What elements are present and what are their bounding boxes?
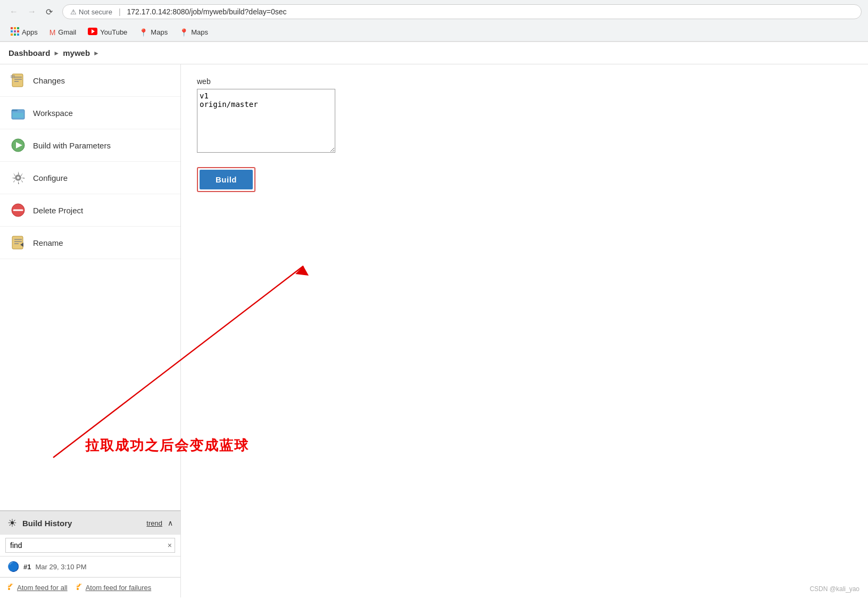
build-history-title: Build History [22, 519, 141, 528]
svg-point-31 [8, 588, 10, 590]
sidebar-item-configure[interactable]: Configure [0, 162, 180, 194]
sidebar-item-build-with-parameters[interactable]: Build with Parameters [0, 129, 180, 162]
page: Dashboard ► myweb ► [0, 42, 868, 597]
svg-rect-18 [13, 113, 23, 118]
svg-rect-17 [12, 110, 18, 111]
build-btn-area: Build [197, 167, 852, 192]
svg-rect-15 [11, 75, 15, 78]
build-search-clear[interactable]: × [168, 541, 172, 550]
delete-project-icon [10, 202, 27, 219]
address-bar[interactable]: ⚠ Not secure | 172.17.0.142:8080/job/myw… [62, 4, 862, 19]
param-select[interactable]: v1 origin/master [197, 89, 335, 153]
feed-all-link[interactable]: Atom feed for all [7, 583, 68, 592]
svg-rect-26 [12, 236, 23, 249]
svg-point-23 [17, 177, 20, 179]
sidebar-item-changes[interactable]: Changes [0, 64, 180, 97]
svg-rect-0 [11, 27, 13, 29]
main-layout: Changes Workspace [0, 64, 868, 597]
feed-failures-link[interactable]: Atom feed for failures [76, 583, 152, 592]
changes-label: Changes [33, 76, 65, 85]
breadcrumb-dashboard[interactable]: Dashboard [9, 48, 50, 57]
bookmark-apps[interactable]: Apps [6, 26, 42, 39]
svg-rect-4 [14, 30, 16, 32]
watermark: CSDN @kali_yao [809, 585, 859, 593]
build-btn-wrapper: Build [197, 167, 255, 192]
build-history-section: ☀ Build History trend ∧ × 🔵 #1 Mar 29, 3… [0, 510, 180, 597]
not-secure-label: Not secure [79, 8, 112, 16]
build-item[interactable]: 🔵 #1 Mar 29, 3:10 PM [0, 557, 180, 577]
feed-all-icon [7, 583, 15, 592]
bookmark-gmail[interactable]: M Gmail [45, 27, 81, 38]
sidebar-item-delete-project[interactable]: Delete Project [0, 194, 180, 227]
param-section: web v1 origin/master [197, 77, 852, 154]
url-separator: | [119, 7, 121, 16]
apps-label: Apps [22, 28, 38, 36]
gmail-label: Gmail [58, 28, 76, 36]
build-time: Mar 29, 3:10 PM [35, 563, 86, 571]
youtube-icon [88, 28, 97, 37]
svg-rect-6 [11, 34, 13, 36]
svg-rect-3 [11, 30, 13, 32]
build-history-sun-icon: ☀ [7, 517, 17, 529]
maps1-icon: 📍 [139, 28, 148, 37]
annotation-text: 拉取成功之后会变成蓝球 [85, 436, 249, 455]
build-with-parameters-icon [10, 137, 27, 154]
browser-chrome: ← → ⟳ ⚠ Not secure | 172.17.0.142:8080/j… [0, 0, 868, 42]
rename-icon [10, 234, 27, 251]
workspace-icon [10, 104, 27, 121]
build-history-header: ☀ Build History trend ∧ [0, 511, 180, 535]
forward-button[interactable]: → [24, 5, 39, 19]
svg-rect-1 [14, 27, 16, 29]
browser-toolbar: ← → ⟳ ⚠ Not secure | 172.17.0.142:8080/j… [0, 0, 868, 23]
maps2-icon: 📍 [179, 28, 188, 37]
sidebar-item-rename[interactable]: Rename [0, 227, 180, 259]
build-button[interactable]: Build [200, 170, 253, 189]
feed-failures-label: Atom feed for failures [86, 584, 152, 592]
nav-buttons: ← → ⟳ [6, 5, 56, 19]
svg-point-32 [77, 588, 79, 590]
svg-rect-5 [17, 30, 19, 32]
build-search: × [0, 535, 180, 557]
feed-failures-icon [76, 583, 84, 592]
svg-rect-8 [17, 34, 19, 36]
reload-button[interactable]: ⟳ [43, 5, 56, 19]
build-history-trend[interactable]: trend [146, 519, 162, 527]
breadcrumb-myweb[interactable]: myweb [63, 48, 90, 57]
gmail-icon: M [49, 28, 56, 37]
configure-icon [10, 169, 27, 186]
youtube-label: YouTube [100, 28, 127, 36]
build-history-chevron[interactable]: ∧ [168, 519, 173, 527]
back-button[interactable]: ← [6, 5, 21, 19]
feed-links: Atom feed for all Atom feed for failure [0, 577, 180, 597]
build-with-parameters-label: Build with Parameters [33, 141, 111, 150]
bookmark-maps2[interactable]: 📍 Maps [175, 27, 212, 38]
configure-label: Configure [33, 173, 68, 182]
maps2-label: Maps [191, 28, 208, 36]
not-secure-indicator: ⚠ Not secure [70, 8, 112, 16]
param-label: web [197, 77, 852, 86]
url-text: 172.17.0.142:8080/job/myweb/build?delay=… [127, 7, 287, 16]
content-area: web v1 origin/master Build [181, 64, 868, 597]
build-search-input[interactable] [5, 538, 175, 553]
breadcrumb: Dashboard ► myweb ► [0, 42, 868, 64]
rename-label: Rename [33, 238, 63, 247]
build-number: #1 [23, 563, 31, 571]
bookmark-youtube[interactable]: YouTube [84, 26, 131, 38]
sidebar: Changes Workspace [0, 64, 181, 597]
delete-project-label: Delete Project [33, 206, 83, 215]
apps-icon [11, 27, 19, 37]
bookmarks-bar: Apps M Gmail YouTube 📍 Maps [0, 23, 868, 41]
build-status-icon: 🔵 [7, 561, 19, 572]
breadcrumb-sep1: ► [53, 49, 60, 57]
svg-rect-2 [17, 27, 19, 29]
workspace-label: Workspace [33, 109, 73, 118]
maps1-label: Maps [151, 28, 168, 36]
warning-icon: ⚠ [70, 8, 77, 16]
feed-all-label: Atom feed for all [17, 584, 68, 592]
changes-icon [10, 72, 27, 89]
bookmark-maps1[interactable]: 📍 Maps [135, 27, 172, 38]
svg-rect-7 [14, 34, 16, 36]
breadcrumb-sep2: ► [93, 49, 100, 57]
sidebar-item-workspace[interactable]: Workspace [0, 97, 180, 129]
